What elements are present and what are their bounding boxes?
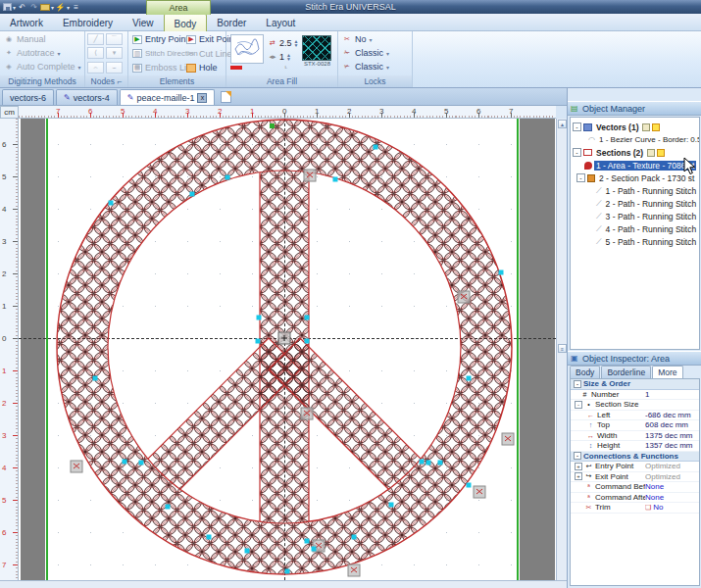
design-center-marker[interactable]	[278, 332, 290, 344]
edit-node[interactable]	[426, 461, 431, 466]
tree-item-bezier-curve[interactable]: ◠ 1 - Bezier Curve - Border: 0.5 mm	[571, 133, 699, 146]
lock-tieoff-dropdown[interactable]: ✃ Classic▾	[338, 60, 412, 74]
edit-node[interactable]	[166, 505, 171, 510]
texture-swatch[interactable]	[302, 35, 331, 61]
stitch-group-marker[interactable]	[458, 291, 470, 303]
tree-item-area-texture[interactable]: 1 - Area - Texture - 7086 st	[571, 159, 699, 172]
stitch-group-marker[interactable]	[348, 564, 360, 576]
tree-item-vectors[interactable]: - Vectors (1)	[571, 121, 699, 133]
node-line-button[interactable]: ╱	[87, 33, 104, 45]
tree-item-path-3[interactable]: ⟋ 3 - Path - Running Stitch	[571, 210, 699, 222]
inspector-tab-more[interactable]: More	[652, 366, 682, 378]
stitch-group-marker[interactable]	[304, 170, 316, 181]
tab-view[interactable]: View	[123, 14, 164, 31]
tab-border[interactable]: Border	[207, 14, 256, 31]
doc-tab-vectors-4[interactable]: ✎ vectors-4	[56, 89, 118, 105]
tree-item-path-1[interactable]: ⟋ 1 - Path - Running Stitch	[571, 184, 699, 197]
node-arc-button[interactable]: ⌢	[87, 62, 104, 74]
scroll-thumb[interactable]: ≡	[558, 344, 567, 353]
node-arc2-button[interactable]: ⌣	[106, 62, 123, 74]
stitch-group-marker[interactable]	[71, 461, 82, 472]
edit-node[interactable]	[109, 201, 114, 206]
edit-node[interactable]	[333, 177, 338, 182]
edit-node[interactable]	[245, 549, 250, 554]
edit-node[interactable]	[225, 175, 230, 180]
fill-preview[interactable]	[230, 34, 264, 75]
prop-exit-point[interactable]: +↪Exit Point Optimized	[571, 472, 699, 483]
collapse-icon[interactable]: -	[576, 173, 585, 182]
doc-tab-vectors-6[interactable]: vectors-6	[2, 89, 54, 105]
lock-icon[interactable]	[642, 123, 650, 131]
edit-node[interactable]	[499, 270, 504, 275]
tab-embroidery[interactable]: Embroidery	[53, 14, 123, 31]
doc-tab-peace-maille-1[interactable]: ✎ peace-maille-1 x	[120, 89, 216, 105]
tab-body[interactable]: Body	[164, 14, 208, 31]
node-type-button[interactable]: ⟨	[87, 47, 104, 59]
prop-height[interactable]: ↕Height 1357 dec mm	[571, 441, 699, 452]
open-icon[interactable]	[40, 4, 50, 11]
section-connections[interactable]: -Connections & Functions	[571, 452, 699, 463]
tree-item-section-pack[interactable]: - 2 - Section Pack - 1730 st	[571, 172, 699, 184]
prop-trim[interactable]: ✂Trim ❏ No	[571, 503, 699, 514]
collapse-icon[interactable]: -	[573, 122, 581, 131]
stitch-group-marker[interactable]	[502, 433, 514, 445]
entry-point-button[interactable]: ▶ Entry Point	[128, 32, 182, 46]
edit-node[interactable]	[256, 339, 261, 344]
open-dropdown-icon[interactable]: ▾	[51, 4, 54, 11]
lock-trim-dropdown[interactable]: ✂ No▾	[338, 32, 412, 46]
prop-number[interactable]: #Number 1	[571, 390, 699, 401]
horizontal-scrollbar[interactable]	[0, 580, 567, 588]
exit-point-button[interactable]: ▶ Exit Point	[182, 32, 226, 46]
power-icon[interactable]: ⚡	[55, 2, 66, 12]
edit-node[interactable]	[93, 376, 98, 381]
stitch-direction-button[interactable]: ▥ Stitch Direction	[128, 47, 182, 61]
close-tab-icon[interactable]: x	[197, 93, 207, 103]
stitch-group-marker[interactable]	[474, 486, 485, 498]
edit-node[interactable]	[352, 535, 357, 540]
object-manager-header[interactable]: ▤ Object Manager	[568, 101, 701, 116]
design-canvas[interactable]	[19, 119, 556, 580]
edit-node[interactable]	[207, 535, 212, 540]
cut-line-button[interactable]: ✂ Cut Line	[182, 47, 226, 61]
tree-item-sections[interactable]: - Sections (2)	[571, 146, 699, 159]
lock-highlight-icon[interactable]	[652, 123, 660, 131]
node-type-dropdown[interactable]: ▾	[106, 47, 123, 59]
edit-node[interactable]	[285, 569, 290, 574]
edit-node[interactable]	[389, 503, 394, 508]
inspector-tab-body[interactable]: Body	[570, 366, 600, 378]
vertical-scrollbar[interactable]: ▲ ≡	[556, 119, 567, 580]
hole-button[interactable]: Hole	[182, 61, 226, 74]
scroll-up-icon[interactable]: ▲	[558, 120, 567, 128]
lock-icon[interactable]	[647, 149, 655, 157]
edit-node[interactable]	[305, 316, 310, 320]
prop-top[interactable]: ↑Top 608 dec mm	[571, 420, 699, 431]
section-size-order[interactable]: -Size & Order	[571, 379, 699, 390]
edit-node[interactable]	[467, 483, 472, 488]
power-dropdown-icon[interactable]: ▾	[67, 4, 70, 11]
edit-node[interactable]	[305, 539, 310, 544]
spacing-spinner[interactable]: ▲▼	[294, 39, 299, 47]
prop-entry-point[interactable]: +↩Entry Point Optimized	[571, 462, 699, 472]
tab-layout[interactable]: Layout	[256, 14, 305, 31]
save-icon[interactable]	[3, 3, 12, 11]
nodes-dialog-launcher-icon[interactable]: ⌐	[117, 76, 122, 86]
edit-node[interactable]	[305, 339, 310, 344]
prop-left[interactable]: ←Left -686 dec mm	[571, 411, 699, 421]
toolbar-options-icon[interactable]: ≡	[71, 2, 81, 12]
manual-button[interactable]: ◉ Manual	[0, 32, 84, 46]
prop-command-before[interactable]: ªCommand Before S None	[571, 482, 699, 493]
undo-icon[interactable]: ↶	[17, 2, 27, 12]
prop-section-size[interactable]: -•Section Size	[571, 400, 699, 411]
edit-node[interactable]	[438, 461, 443, 466]
save-dropdown-icon[interactable]: ▾	[13, 4, 16, 11]
fill-spacing-field[interactable]: ⇄ 2.5 ▲▼	[268, 36, 298, 49]
edit-node[interactable]	[374, 145, 378, 150]
object-inspector-header[interactable]: ▣ Object Inspector: Area	[568, 351, 701, 366]
lock-highlight-icon[interactable]	[657, 149, 665, 157]
tree-item-path-4[interactable]: ⟋ 4 - Path - Running Stitch	[571, 222, 699, 235]
collapse-icon[interactable]: -	[573, 148, 581, 157]
edit-node[interactable]	[420, 460, 425, 465]
edit-node[interactable]	[467, 376, 472, 381]
lock-tiein-dropdown[interactable]: ✁ Classic▾	[338, 46, 412, 60]
edit-node[interactable]	[257, 316, 262, 320]
